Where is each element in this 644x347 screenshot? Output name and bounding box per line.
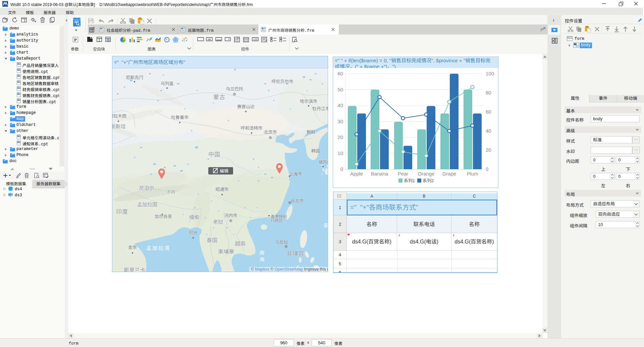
svg-text:尼泊尔: 尼泊尔 bbox=[139, 185, 154, 191]
svg-text:昭通市: 昭通市 bbox=[215, 187, 228, 192]
svg-text:Grape: Grape bbox=[442, 171, 457, 177]
svg-text:60: 60 bbox=[486, 109, 491, 115]
svg-text:呼伦贝尔市: 呼伦贝尔市 bbox=[271, 79, 293, 84]
svg-text:呼和浩特市: 呼和浩特市 bbox=[240, 126, 262, 131]
svg-text:乌兰巴托: 乌兰巴托 bbox=[226, 86, 243, 91]
svg-text:蒙古: 蒙古 bbox=[213, 94, 225, 100]
svg-text:菲律宾: 菲律宾 bbox=[286, 251, 305, 257]
svg-text:123: 123 bbox=[253, 38, 258, 41]
svg-text:© Mapbox © OpenStreetMap Impro: © Mapbox © OpenStreetMap Improve this ma… bbox=[251, 267, 328, 272]
svg-text:60: 60 bbox=[337, 71, 343, 76]
svg-text:Banana: Banana bbox=[371, 171, 388, 177]
svg-text:0: 0 bbox=[486, 166, 488, 172]
svg-text:马尼拉: 马尼拉 bbox=[275, 240, 288, 245]
svg-text:韩国: 韩国 bbox=[311, 148, 320, 153]
svg-text:乌列盖: 乌列盖 bbox=[160, 81, 173, 86]
svg-text:80: 80 bbox=[486, 90, 491, 95]
svg-text:加尔各答: 加尔各答 bbox=[155, 214, 172, 219]
svg-text:缅甸: 缅甸 bbox=[189, 214, 199, 220]
svg-text:Plum: Plum bbox=[467, 171, 478, 177]
svg-text:河内市: 河内市 bbox=[224, 213, 237, 218]
svg-text:越南: 越南 bbox=[235, 241, 246, 247]
svg-text:印度: 印度 bbox=[116, 209, 128, 215]
svg-text:哈尔滨市: 哈尔滨市 bbox=[300, 99, 317, 104]
svg-text:阿拉木图: 阿拉木图 bbox=[112, 114, 126, 119]
svg-text:Orange: Orange bbox=[418, 171, 434, 177]
svg-text:20: 20 bbox=[486, 147, 491, 153]
svg-text:100: 100 bbox=[486, 71, 494, 76]
svg-text:孟加拉湾: 孟加拉湾 bbox=[146, 245, 170, 251]
svg-text:北京市: 北京市 bbox=[264, 130, 277, 135]
svg-text:牡丹江市: 牡丹江市 bbox=[312, 106, 328, 111]
svg-text:中国: 中国 bbox=[208, 151, 220, 158]
svg-text:朝鲜: 朝鲜 bbox=[307, 130, 315, 135]
svg-text:行政区: 行政区 bbox=[271, 218, 283, 223]
svg-text:台北市: 台北市 bbox=[290, 198, 304, 203]
svg-text:福冈市: 福冈市 bbox=[319, 160, 328, 164]
svg-text:赛音山达: 赛音山达 bbox=[237, 104, 255, 109]
svg-text:柬埔寨: 柬埔寨 bbox=[218, 249, 234, 255]
svg-text:P: P bbox=[74, 37, 77, 42]
svg-text:Pear: Pear bbox=[398, 171, 409, 177]
svg-text:孟加拉国: 孟加拉国 bbox=[137, 202, 157, 207]
svg-text:lab: lab bbox=[208, 38, 211, 41]
svg-text:40: 40 bbox=[486, 128, 491, 134]
svg-text:上海市: 上海市 bbox=[289, 171, 302, 177]
svg-text:30: 30 bbox=[337, 119, 343, 124]
svg-text:0: 0 bbox=[340, 166, 343, 172]
svg-text:斯斯坦: 斯斯坦 bbox=[112, 124, 126, 129]
svg-text:南: 南 bbox=[259, 250, 264, 256]
svg-text:编辑: 编辑 bbox=[220, 168, 228, 174]
svg-text:不丹: 不丹 bbox=[167, 190, 175, 195]
svg-text:老挝: 老挝 bbox=[213, 219, 223, 225]
svg-text:40: 40 bbox=[337, 102, 343, 108]
svg-text:菲: 菲 bbox=[323, 223, 328, 228]
svg-text:吐鲁番市: 吐鲁番市 bbox=[171, 115, 189, 120]
svg-text:系列1: 系列1 bbox=[404, 178, 415, 183]
svg-text:斯里兰卡: 斯里兰卡 bbox=[124, 267, 145, 272]
svg-text:仰光: 仰光 bbox=[189, 230, 198, 235]
svg-text:泰国: 泰国 bbox=[207, 237, 217, 243]
svg-text:海: 海 bbox=[259, 257, 264, 262]
svg-text:Apple: Apple bbox=[350, 171, 363, 177]
svg-text:50: 50 bbox=[337, 87, 343, 92]
svg-text:金奈: 金奈 bbox=[128, 245, 137, 250]
svg-text:尼斯克门: 尼斯克门 bbox=[126, 75, 143, 80]
svg-text:系列2: 系列2 bbox=[423, 178, 434, 183]
svg-text:20: 20 bbox=[337, 134, 343, 140]
svg-text:10: 10 bbox=[337, 150, 343, 156]
